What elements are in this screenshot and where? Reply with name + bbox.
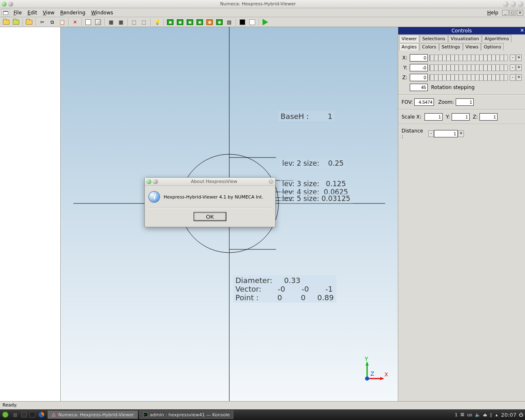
dialog-dropdown-icon[interactable] (269, 179, 274, 184)
desktop1-icon[interactable] (21, 412, 27, 418)
about-dialog: About HexpressView i Hexpress-Hybrid-Vie… (144, 177, 276, 227)
controls-tab-row2: Angles Colors Settings Views Options (398, 43, 525, 51)
distance-plus[interactable]: + (458, 130, 464, 137)
zoom-input[interactable] (456, 98, 474, 106)
angle-z-slider[interactable] (429, 74, 508, 81)
maximize-button[interactable] (510, 1, 516, 7)
angle-x-input[interactable] (410, 54, 428, 62)
appmenu-icon[interactable] (2, 9, 10, 16)
inner-maximize-button[interactable]: □ (509, 10, 516, 16)
tab-views[interactable]: Views (463, 43, 481, 50)
copy-button[interactable]: ⧉ (48, 18, 57, 26)
menu-view[interactable]: View (40, 9, 57, 16)
task-konsole[interactable]: >_ admin : hexpressview41 — Konsole (139, 411, 234, 419)
chip3-button[interactable]: ▣ (185, 18, 194, 26)
save-button[interactable] (11, 18, 21, 26)
dialog-titlebar[interactable]: About HexpressView (145, 178, 275, 186)
delete-button[interactable]: ✕ (71, 18, 80, 26)
cut-button[interactable]: ✂ (38, 18, 47, 26)
menu-file[interactable]: File (11, 9, 25, 16)
menu-edit[interactable]: Edit (25, 9, 40, 16)
bulb-button[interactable]: 💡 (153, 18, 162, 26)
open2-button[interactable] (25, 18, 34, 26)
tray-logout-icon[interactable]: ⏻ (519, 412, 523, 418)
tray-showdesktop-icon[interactable]: ▯ (490, 412, 492, 418)
menu-rendering[interactable]: Rendering (57, 9, 88, 16)
angle-x-minus[interactable]: - (510, 55, 516, 61)
dialog-text: Hexpress-Hybrid-Viewer 4.1 by NUMECA Int… (164, 194, 263, 200)
task-konsole-icon: >_ (143, 412, 148, 417)
minimize-button[interactable] (503, 1, 509, 7)
inner-close-button[interactable]: ✕ (517, 10, 523, 16)
tray-volume-icon[interactable]: 🔈 (475, 412, 481, 418)
chip1-button[interactable]: ▣ (166, 18, 175, 26)
chip6-button[interactable]: ▣ (215, 18, 224, 26)
close-button[interactable] (518, 1, 523, 7)
angle-y-plus[interactable]: + (516, 64, 522, 71)
ok-button[interactable]: OK (194, 212, 226, 221)
controls-title: Controls ✕ (398, 27, 525, 34)
tray-eject-icon[interactable]: ⏏ (483, 412, 487, 418)
color-black-button[interactable] (238, 18, 247, 26)
open-button[interactable] (2, 18, 11, 26)
chip5-button[interactable]: ▣ (205, 18, 214, 26)
scalex-input[interactable] (425, 113, 443, 121)
tray-bluetooth-icon[interactable]: ⌘ (460, 412, 465, 418)
grid1-button[interactable]: ▦ (107, 18, 116, 26)
angle-y-input[interactable] (410, 64, 428, 71)
tab-visualization[interactable]: Visualization (448, 35, 482, 42)
tree-panel[interactable] (0, 27, 61, 401)
m1-button[interactable]: ⬚ (130, 18, 139, 26)
activity-icon[interactable]: ▥ (11, 411, 19, 418)
angle-x-label: X: (402, 55, 407, 61)
grid2-button[interactable]: ▦ (116, 18, 126, 26)
axis-indicator: X Y Z (355, 356, 388, 389)
inner-minimize-button[interactable]: _ (502, 10, 509, 16)
chip7-button[interactable]: ▤ (225, 18, 234, 26)
workspace-number[interactable]: 1 (455, 412, 458, 418)
angle-z-plus[interactable]: + (516, 74, 522, 81)
start-button[interactable] (2, 411, 9, 418)
fov-input[interactable] (414, 98, 434, 106)
angle-x-slider[interactable] (429, 55, 508, 61)
menu-help[interactable]: Help (484, 9, 501, 16)
play-button[interactable] (261, 18, 270, 26)
os-taskbar: ▥ Numeca: Hexpress-Hybrid-Viewer >_ admi… (0, 409, 525, 420)
tab-options[interactable]: Options (481, 43, 503, 50)
m2-button[interactable]: ⬚ (139, 18, 148, 26)
tab-algorithms[interactable]: Algorithms (482, 35, 511, 42)
desktop2-icon[interactable] (30, 412, 35, 418)
tray-clock[interactable]: 20:07 (501, 412, 516, 418)
status-bar: Ready. (0, 401, 525, 409)
tab-selections[interactable]: Selections (420, 35, 447, 42)
tray-layout[interactable]: us (467, 412, 472, 418)
angle-z-minus[interactable]: - (510, 74, 516, 81)
rot-step-input[interactable] (410, 84, 428, 91)
tab-settings[interactable]: Settings (439, 43, 463, 50)
dialog-dot-icon (153, 179, 158, 184)
angle-x-plus[interactable]: + (516, 55, 522, 61)
distance-input[interactable] (434, 130, 458, 137)
distance-minus[interactable]: - (428, 130, 434, 137)
scalez-input[interactable] (479, 113, 498, 121)
chip2-button[interactable]: ▣ (176, 18, 185, 26)
view-cube-button[interactable] (94, 18, 103, 26)
tab-colors[interactable]: Colors (420, 43, 438, 50)
chip4-button[interactable]: ▣ (195, 18, 204, 26)
paste-button[interactable]: 📋 (57, 18, 66, 26)
task-numeca[interactable]: Numeca: Hexpress-Hybrid-Viewer (48, 411, 138, 419)
angle-z-input[interactable] (410, 74, 428, 81)
fov-label: FOV: (402, 99, 413, 105)
menu-windows[interactable]: Windows (88, 9, 116, 16)
angle-y-minus[interactable]: - (510, 64, 516, 71)
color-white-button[interactable] (248, 18, 257, 26)
scaley-input[interactable] (452, 113, 470, 121)
firefox-icon[interactable] (38, 411, 45, 418)
tab-viewer[interactable]: Viewer (399, 35, 419, 42)
angle-y-slider[interactable] (429, 64, 508, 71)
tab-angles[interactable]: Angles (399, 43, 419, 50)
status-text: Ready. (2, 402, 17, 408)
controls-close-icon[interactable]: ✕ (520, 27, 524, 33)
info-icon: i (149, 192, 160, 202)
view-list-button[interactable] (84, 18, 93, 26)
